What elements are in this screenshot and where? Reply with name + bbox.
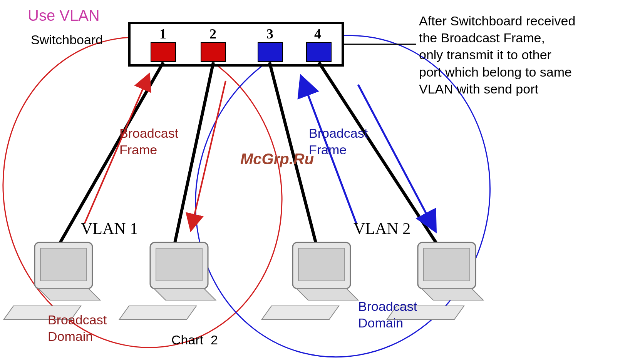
- computer-a: [4, 242, 100, 319]
- vlan1-label: VLAN 1: [81, 219, 138, 239]
- port-2: [201, 42, 226, 62]
- port-number-3: 3: [266, 25, 273, 43]
- svg-rect-3: [156, 248, 202, 281]
- port-4: [307, 42, 331, 62]
- svg-rect-1: [40, 248, 87, 281]
- title-use-vlan: Use VLAN: [28, 6, 100, 25]
- svg-rect-7: [424, 248, 470, 281]
- vlan2-label: VLAN 2: [354, 219, 410, 239]
- broadcast-domain-label-left: Broadcast Domain: [48, 312, 107, 344]
- port-number-4: 4: [314, 25, 321, 43]
- broadcast-domain-label-right: Broadcast Domain: [358, 298, 417, 331]
- port-3: [258, 42, 283, 62]
- explanation-text: After Switchboard received the Broadcast…: [419, 12, 575, 97]
- svg-rect-5: [298, 248, 345, 281]
- vlan1-arrow-down: [193, 81, 226, 223]
- diagram-canvas: Use VLAN Switchboard 1 2 3 4 After Switc…: [0, 0, 640, 364]
- computer-b: [119, 242, 216, 319]
- vlan2-arrow-down: [358, 85, 431, 223]
- broadcast-frame-label-left: Broadcast Frame: [119, 125, 178, 158]
- port-1: [151, 42, 176, 62]
- port-number-2: 2: [209, 25, 216, 43]
- broadcast-frame-label-right: Broadcast Frame: [309, 125, 368, 158]
- watermark: McGrp.Ru: [240, 149, 314, 169]
- switchboard-label: Switchboard: [31, 32, 103, 48]
- computer-c: [262, 242, 358, 319]
- chart-caption: Chart 2: [171, 332, 218, 348]
- port-number-1: 1: [159, 25, 166, 43]
